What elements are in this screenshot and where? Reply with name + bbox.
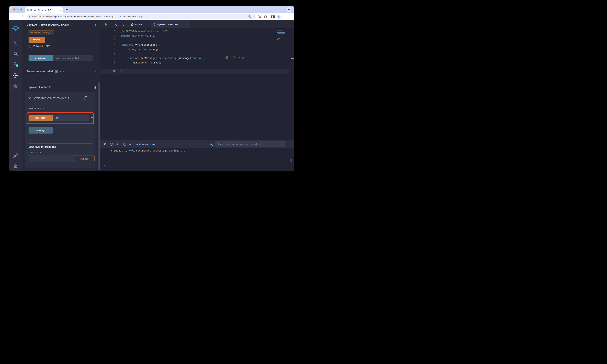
publish-ipfs-label: Publish to IPFS xyxy=(33,45,50,48)
deploy-run-icon[interactable] xyxy=(13,73,18,78)
low-level-header: Low level interactions i xyxy=(28,145,92,148)
bookmark-star-icon[interactable]: ☆ xyxy=(252,15,255,18)
solidity-compiler-icon[interactable] xyxy=(13,62,18,67)
deploy-run-panel: DEPLOY & RUN TRANSACTIONS ✓ › evm versio… xyxy=(22,20,100,171)
low-level-info-icon[interactable]: i xyxy=(92,145,92,148)
set-message-row: setMessage xyxy=(28,115,93,121)
browser-tabstrip: Remix - Ethereum IDE × + xyxy=(9,6,294,13)
file-explorer-icon[interactable] xyxy=(13,40,18,46)
minimize-window-button[interactable] xyxy=(17,8,19,11)
person-icon xyxy=(277,15,280,18)
site-settings-icon[interactable] xyxy=(28,15,31,18)
tab-home[interactable]: Home xyxy=(128,20,145,28)
contract-balance: Balance: 0. ETH xyxy=(28,107,44,110)
message-getter-button[interactable]: message xyxy=(28,127,53,133)
home-icon xyxy=(131,23,134,26)
editor-minimap[interactable] xyxy=(277,29,289,40)
trash-icon[interactable] xyxy=(93,86,96,89)
compile-check-icon: ✓ xyxy=(71,23,73,26)
panel-title-row: DEPLOY & RUN TRANSACTIONS ✓ › xyxy=(26,23,96,26)
expand-args-chevron-icon[interactable] xyxy=(91,117,93,118)
url-text[interactable]: remix.ethereum.org/#lang=en&optimize=fal… xyxy=(32,15,247,18)
plugin-manager-icon[interactable] xyxy=(13,153,18,158)
browser-menu-kebab-icon[interactable]: ⋮ xyxy=(283,15,285,18)
editor-scrollbar-thumb[interactable] xyxy=(291,58,294,59)
search-icon[interactable] xyxy=(13,51,18,57)
deploy-button[interactable]: Deploy xyxy=(28,37,45,43)
code-editor[interactable]: 1// SPDX-License-Identifier: MIT 2pragma… xyxy=(100,28,294,140)
listen-count: 0 xyxy=(117,143,118,145)
terminal-header: 0 listen on all transactions xyxy=(100,140,294,148)
profile-avatar[interactable] xyxy=(277,15,281,19)
icon-rail: ⚙ xyxy=(9,20,22,171)
calldata-label: CALLDATA xyxy=(28,151,41,154)
forward-button[interactable]: → xyxy=(15,15,20,18)
zoom-window-button[interactable] xyxy=(20,8,22,11)
side-panel-icon[interactable] xyxy=(271,15,275,19)
tab-search-button[interactable] xyxy=(287,7,291,12)
at-address-button[interactable]: At Address xyxy=(28,55,53,61)
home-tab-label: Home xyxy=(135,23,142,26)
line-number: 9 xyxy=(100,65,116,69)
clear-console-icon[interactable] xyxy=(110,143,113,146)
tab-myfirstcontract[interactable]: MyFirstContract.sol × xyxy=(151,20,190,28)
remix-app: ⚙ DEPLOY & RUN TRANSACTIONS ✓ › evm vers… xyxy=(9,20,294,171)
remove-contract-icon[interactable]: × xyxy=(91,97,92,100)
terminal-scrollbar-thumb[interactable] xyxy=(290,159,292,162)
panel-divider xyxy=(22,67,100,67)
tab-close-icon[interactable]: × xyxy=(60,9,62,11)
deployed-contract-card: MYFIRSTCONTRACT AT 0X10F...5 × Balance: … xyxy=(25,92,95,168)
at-address-input[interactable] xyxy=(53,55,92,61)
zoom-in-icon[interactable] xyxy=(120,22,124,26)
extensions-puzzle-icon[interactable] xyxy=(264,15,267,19)
line-number: 6 xyxy=(100,52,116,56)
settings-gear-icon[interactable]: ⚙ xyxy=(13,163,18,169)
url-bar[interactable]: remix.ethereum.org/#lang=en&optimize=fal… xyxy=(27,14,256,19)
transactions-expand-chevron-icon[interactable]: › xyxy=(95,70,96,73)
panel-collapse-chevron-icon[interactable]: › xyxy=(95,23,96,26)
close-window-button[interactable] xyxy=(13,8,15,11)
browser-toolbar: ← → ↻ remix.ethereum.org/#lang=en&optimi… xyxy=(9,13,294,20)
calldata-input[interactable] xyxy=(28,155,74,162)
panel-scrollbar[interactable] xyxy=(98,82,100,170)
toolbar-divider xyxy=(269,15,269,18)
panel-title: DEPLOY & RUN TRANSACTIONS xyxy=(26,23,69,26)
zoom-out-icon[interactable] xyxy=(113,22,117,26)
set-message-input[interactable] xyxy=(53,115,89,121)
gas-estimate-note: infinite gas xyxy=(226,56,246,59)
tab-title: Remix - Ethereum IDE xyxy=(30,9,59,11)
transactions-info-icon[interactable]: i xyxy=(60,70,64,73)
line-number: 1 xyxy=(100,29,116,34)
transact-button[interactable]: Transact xyxy=(74,155,94,162)
gas-pump-icon xyxy=(226,56,228,59)
set-message-button[interactable]: setMessage xyxy=(28,115,53,121)
line-number: 7 xyxy=(100,56,116,61)
back-button[interactable]: ← xyxy=(11,15,15,18)
new-tab-button[interactable]: + xyxy=(65,8,69,12)
copy-address-icon[interactable] xyxy=(84,96,87,100)
terminal-search-input[interactable] xyxy=(215,141,285,147)
line-number: 4 xyxy=(100,43,116,47)
terminal-prompt: > xyxy=(104,164,106,167)
listen-all-checkbox[interactable] xyxy=(123,143,126,145)
run-script-play-icon[interactable] xyxy=(105,23,107,26)
at-address-row: At Address xyxy=(28,55,92,61)
chevron-down-icon xyxy=(288,9,290,10)
debugger-icon[interactable] xyxy=(13,83,18,89)
terminal-search-icon xyxy=(210,143,213,146)
contract-header-row[interactable]: MYFIRSTCONTRACT AT 0X10F...5 × xyxy=(28,96,92,100)
deployed-contracts-title: Deployed Contracts xyxy=(26,86,51,89)
transactions-row[interactable]: Transactions recorded 2 i › xyxy=(26,70,96,73)
main-area: Home MyFirstContract.sol × xyxy=(100,20,294,171)
publish-ipfs-checkbox[interactable] xyxy=(28,45,31,48)
browser-tab[interactable]: Remix - Ethereum IDE × xyxy=(25,7,63,13)
close-file-tab-icon[interactable]: × xyxy=(186,23,188,26)
reload-button[interactable]: ↻ xyxy=(20,15,26,18)
terminal-body[interactable]: transact to MyFirstContract.setMessage p… xyxy=(100,148,294,171)
zoom-page-icon[interactable] xyxy=(248,15,251,18)
expand-terminal-icon[interactable] xyxy=(104,143,106,145)
metamask-extension-icon[interactable] xyxy=(258,15,262,19)
line-number: 5 xyxy=(100,47,116,52)
contract-collapse-chevron-icon[interactable] xyxy=(28,97,31,99)
publish-ipfs-row: Publish to IPFS xyxy=(28,45,50,48)
